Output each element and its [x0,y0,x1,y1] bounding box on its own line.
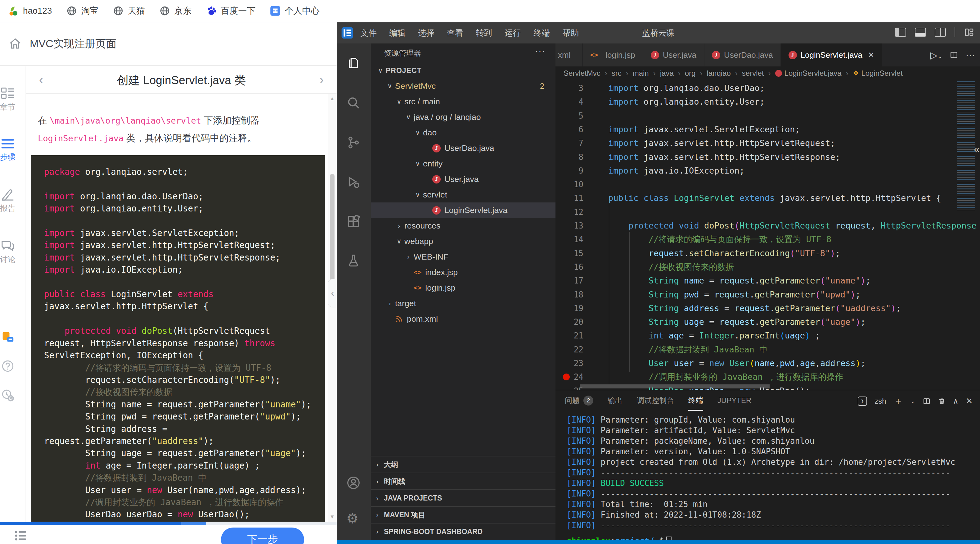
close-tab-icon[interactable]: ✕ [868,51,874,59]
bookmark-京东[interactable]: 京东 [159,5,191,17]
tab-xml[interactable]: xml [555,43,583,67]
code-token: . [684,249,689,258]
toggle-secondary-sidebar-icon[interactable] [935,28,946,37]
run-debug-icon[interactable] [346,175,361,190]
tree-item-WEB-INF[interactable]: ›WEB-INF [371,249,555,265]
terminal-prompt[interactable]: shiyanlou:project/ $ [566,536,977,540]
split-editor-icon[interactable] [950,51,958,59]
menu-查看[interactable]: 查看 [447,27,463,38]
rail-item-报告[interactable]: 报告 [0,188,23,213]
pane-collapse-handle[interactable]: ‹ [328,279,337,307]
terminal-shell-icon[interactable]: ❯ [858,397,867,406]
bookmark-百度一下[interactable]: 百度一下 [206,5,255,17]
next-step-button[interactable]: 下一步 [221,528,304,544]
toggle-sidebar-icon[interactable] [895,28,906,37]
toggle-panel-icon[interactable] [915,28,926,37]
rail-item-步骤[interactable]: 步骤 [0,138,23,162]
tree-item-index.jsp[interactable]: <>index.jsp [371,265,555,280]
tree-item-pom.xml[interactable]: pom.xml [371,311,555,327]
tree-item-ServletMvc[interactable]: ∨ServletMvc2 [371,78,555,94]
tree-item-webapp[interactable]: ∨webapp [371,233,555,249]
breadcrumb-ServletMvc[interactable]: ServletMvc [563,69,600,78]
breadcrumb-LoginServlet[interactable]: ❖LoginServlet [853,69,903,78]
explorer-more-icon[interactable]: ··· [535,46,546,56]
settings-gear-icon[interactable]: ⚙ [346,511,361,526]
maximize-panel-icon[interactable]: ∧ [953,397,959,405]
breadcrumb-java[interactable]: java [660,69,674,78]
rail-item-讨论[interactable]: 讨论 [0,239,23,265]
tree-item-PROJECT[interactable]: ∨PROJECT [371,63,555,78]
tutorial-scrollbar[interactable]: ▲ ▼ [328,94,336,522]
tree-item-dao[interactable]: ∨dao [371,125,555,140]
close-panel-icon[interactable]: ✕ [966,396,972,406]
section-JAVA PROJECTS[interactable]: ›JAVA PROJECTS [371,489,555,506]
split-terminal-icon[interactable] [923,397,931,405]
panel-tab-调试控制台[interactable]: 调试控制台 [637,390,674,411]
kill-terminal-icon[interactable] [938,397,945,405]
new-terminal-icon[interactable]: ＋ [894,395,903,407]
bookmark-淘宝[interactable]: 淘宝 [66,5,99,17]
breadcrumb-org[interactable]: org [685,69,696,78]
tab-User.java[interactable]: JUser.java [643,43,705,67]
section-时间线[interactable]: ›时间线 [371,472,555,489]
rail-item-章节[interactable]: 章节 [0,87,23,112]
tree-item-servlet[interactable]: ∨servlet [371,187,555,203]
section-大纲[interactable]: ›大纲 [371,456,555,472]
panel-tab-JUPYTER[interactable]: JUPYTER [718,390,751,411]
tree-item-LoginServlet.java[interactable]: JLoginServlet.java [371,203,555,218]
code-editor[interactable]: « 3import org.lanqiao.dao.UserDao;4impor… [555,80,980,390]
tab-UserDao.java[interactable]: JUserDao.java [705,43,781,67]
explorer-icon[interactable] [346,56,361,71]
menu-选择[interactable]: 选择 [418,27,434,38]
source-control-icon[interactable] [346,136,361,150]
session-close-icon[interactable] [1,389,14,402]
app-logo-icon[interactable] [1,331,14,343]
account-icon[interactable] [346,476,361,491]
tab-LoginServlet.java[interactable]: JLoginServlet.java✕ [781,43,883,67]
terminal-output[interactable]: [INFO] Parameter: groupId, Value: com.sh… [566,415,977,540]
menu-转到[interactable]: 转到 [476,27,492,38]
steps-list-icon[interactable] [14,528,29,543]
section-MAVEN 项目[interactable]: ›MAVEN 项目 [371,506,555,523]
menu-文件[interactable]: 文件 [360,27,377,38]
menu-帮助[interactable]: 帮助 [562,27,579,38]
panel-tab-终端[interactable]: 终端 [688,390,703,411]
breadcrumb-src[interactable]: src [612,69,622,78]
extensions-icon[interactable] [346,215,361,230]
help-icon[interactable] [1,360,14,373]
tree-item-src-main[interactable]: ∨src / main [371,94,555,109]
bookmark-天猫[interactable]: 天猫 [113,5,145,17]
home-icon[interactable] [9,37,22,50]
breadcrumb-main[interactable]: main [633,69,649,78]
tree-item-resources[interactable]: ›resources [371,218,555,233]
scroll-up-arrow[interactable]: ▲ [329,96,335,102]
tree-item-target[interactable]: ›target [371,295,555,311]
bookmark-个人中心[interactable]: 个人中心 [270,5,319,17]
customize-layout-icon[interactable] [964,27,974,37]
terminal-dropdown-icon[interactable]: ⌄ [910,398,915,405]
vscode-logo-icon[interactable] [341,27,353,39]
tree-item-java-org-lanqiao[interactable]: ∨java / org / lanqiao [371,109,555,125]
testing-icon[interactable] [346,254,361,268]
shell-name[interactable]: zsh [875,397,886,405]
menu-运行[interactable]: 运行 [504,27,521,38]
breadcrumb-lanqiao[interactable]: lanqiao [706,69,730,78]
panel-tab-问题[interactable]: 问题2 [565,390,593,411]
scroll-down-arrow[interactable]: ▼ [329,514,335,520]
tree-item-entity[interactable]: ∨entity [371,156,555,171]
bookmark-hao123[interactable]: hao123 [8,5,52,16]
section-SPRING-BOOT DASHBOARD[interactable]: ›SPRING-BOOT DASHBOARD [371,523,555,540]
tab-login.jsp[interactable]: <>login.jsp [583,43,643,67]
tree-item-User.java[interactable]: JUser.java [371,171,555,187]
tree-item-UserDao.java[interactable]: JUserDao.java [371,140,555,156]
menu-编辑[interactable]: 编辑 [389,27,406,38]
breadcrumb-LoginServlet.java[interactable]: LoginServlet.java [775,69,842,78]
panel-tab-输出[interactable]: 输出 [608,390,622,411]
tree-item-login.jsp[interactable]: <>login.jsp [371,280,555,295]
run-java-icon[interactable]: ▷⌄ [930,50,942,61]
next-step-arrow[interactable]: › [320,73,324,87]
search-icon[interactable] [346,96,361,110]
breadcrumb-servlet[interactable]: servlet [742,69,764,78]
menu-终端[interactable]: 终端 [533,27,550,38]
more-actions-icon[interactable]: ⋯ [966,50,975,61]
